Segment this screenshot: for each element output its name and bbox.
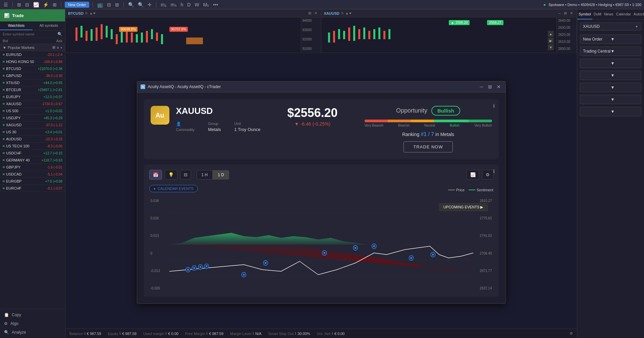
indicator-icon[interactable]: ⚡ <box>42 1 50 8</box>
dropdown-3[interactable]: ▼ <box>580 59 641 68</box>
grid-view-icon[interactable]: ⊞ <box>52 45 55 50</box>
equity-stat: Equity ℹ € 987.59 <box>108 331 137 336</box>
grid-icon[interactable]: ⊞ <box>52 1 58 8</box>
new-order-dropdown[interactable]: New Order ▼ <box>580 35 641 44</box>
menu-icon[interactable]: ☰ <box>3 1 9 8</box>
m5-icon[interactable]: m₅ <box>170 1 178 8</box>
xauusd-minimize[interactable]: ─ <box>557 11 562 16</box>
tv-icon[interactable]: 📺 <box>96 1 104 8</box>
nav-down[interactable]: ▼ <box>548 44 554 50</box>
monitor-icon[interactable]: ⊞ <box>16 1 22 8</box>
xauusd-close[interactable]: ✕ <box>569 11 574 16</box>
label-bearish: Bearish <box>398 124 410 127</box>
settings-icon[interactable]: ⚙ <box>570 331 573 336</box>
nav-up[interactable]: ▲ <box>548 31 554 37</box>
tab-symbol[interactable]: Symbol <box>577 9 592 19</box>
nav-right[interactable]: ▶ <box>548 38 554 44</box>
right-panel: Symbol DoM News Calendar Autochartist XA… <box>577 9 644 338</box>
market-item[interactable]: GBPJPY -1.6 (-0.01 <box>0 164 65 171</box>
market-item[interactable]: EURCHF -8.1 (-0.07 <box>0 185 65 192</box>
zoom-in-icon[interactable]: 🔍 <box>127 1 135 8</box>
symbol-selector[interactable]: XAUUSD ▼ <box>580 22 641 30</box>
very-bearish-segment <box>365 120 388 122</box>
market-item[interactable]: AUDUSD -10.3 (-0.18 <box>0 136 65 143</box>
market-item[interactable]: GERMANY 40 +118.7 (+0.63 <box>0 157 65 164</box>
market-item[interactable]: US 500 +1.0 (+0.02 <box>0 108 65 115</box>
chart-view-settings-btn[interactable]: ⚙ <box>482 170 493 180</box>
svg-rect-44 <box>206 265 208 267</box>
used-margin-stat: Used margin ℹ € 0.00 <box>143 331 178 336</box>
market-item[interactable]: USDCAD -5.1 (-0.04 <box>0 171 65 178</box>
list-view-icon[interactable]: ≡ <box>57 46 59 50</box>
market-item[interactable]: GBPUSD -38.0 (-0.30 <box>0 72 65 79</box>
market-item[interactable]: XAUUSD -1734.0 (-0.67 <box>0 100 65 108</box>
layout-icon[interactable]: ⊟ <box>24 1 30 8</box>
market-item[interactable]: EURUSD -23.1 (-2.4 <box>0 51 65 58</box>
market-item[interactable]: XTIUSD +44.0 (+0.65 <box>0 79 65 86</box>
analyze-item[interactable]: 🔍 Analyze <box>0 328 65 337</box>
market-item[interactable]: EURGBP +7.0 (+0.08 <box>0 178 65 185</box>
market-item[interactable]: BTCEUR +23497.1 (+2.81 <box>0 86 65 93</box>
dropdown-6[interactable]: ▼ <box>580 95 641 104</box>
opportunity-section: Opportunity Bullish <box>365 106 492 152</box>
trading-central-dropdown[interactable]: Trading Central ▼ <box>580 47 641 56</box>
calendar-tool-btn[interactable]: 📅 <box>149 170 162 180</box>
search-input[interactable] <box>3 32 56 36</box>
modal-close[interactable]: ✕ <box>495 83 502 90</box>
market-item[interactable]: US TECH 100 -8.3 (-0.05 <box>0 143 65 150</box>
tab-news[interactable]: News <box>603 9 615 19</box>
market-item[interactable]: XAGUSD -37.0 (-1.22 <box>0 122 65 129</box>
chevron-down-icon[interactable]: ▼ <box>3 46 6 50</box>
chart-icon[interactable]: 📈 <box>32 1 40 8</box>
market-item[interactable]: BTCUSD +21070.0 (+2.38 <box>0 65 65 72</box>
dropdown-7[interactable]: ▼ <box>580 107 641 116</box>
market-item[interactable]: EURJPY +12.0 (+0.07 <box>0 93 65 100</box>
tf-1d-btn[interactable]: 1 D <box>213 170 229 180</box>
calendar-events-label: CALENDAR EVENTS <box>158 187 194 191</box>
btcusd-detach[interactable]: ⊞ <box>307 11 312 16</box>
tab-calendar[interactable]: Calendar <box>614 9 632 19</box>
algo-item[interactable]: ⚙ Algo <box>0 319 65 328</box>
table-icon[interactable]: ⊞ <box>114 1 120 8</box>
grid2-icon[interactable]: ⊟ <box>106 1 112 8</box>
table-tool-btn[interactable]: ⊟ <box>180 170 191 180</box>
tf-1h-btn[interactable]: 1 H <box>197 170 213 180</box>
modal-minimize[interactable]: ─ <box>479 83 485 90</box>
market-item[interactable]: US 30 +3.4 (+0.01 <box>0 129 65 136</box>
sentiment-bar-container: Very Bearish Bearish Neutral Bullish Ver… <box>365 120 492 127</box>
w-icon[interactable]: W <box>194 1 200 8</box>
xauusd-detach[interactable]: ⊞ <box>563 11 568 16</box>
d-icon[interactable]: D <box>186 1 192 8</box>
modal-maximize[interactable]: ⊞ <box>487 83 493 90</box>
trade-now-button[interactable]: TRADE NOW <box>404 141 452 152</box>
search-icon[interactable]: 🔍 <box>57 32 62 37</box>
zoom-out-icon[interactable]: 🔍 <box>137 1 145 8</box>
mo-icon[interactable]: M₀ <box>202 1 210 8</box>
asset-info-icon[interactable]: ℹ <box>493 103 495 109</box>
btcusd-close[interactable]: ✕ <box>313 11 318 16</box>
market-status-dot <box>3 159 5 161</box>
tab-autochartist[interactable]: Autochartist <box>632 9 644 19</box>
price-legend-line <box>448 190 455 190</box>
crosshair-icon[interactable]: ✛ <box>147 1 153 8</box>
market-item[interactable]: USDJPY +45.3 (+0.29 <box>0 115 65 122</box>
market-item[interactable]: HONG KONG 50 -169.0 (-0.88 <box>0 58 65 65</box>
add-icon[interactable]: + <box>60 46 62 50</box>
light-tool-btn[interactable]: 💡 <box>165 170 177 180</box>
h1-icon[interactable]: h <box>180 1 184 8</box>
market-item[interactable]: USDCHF +13.7 (+0.15 <box>0 150 65 157</box>
copy-item[interactable]: 📋 Copy <box>0 311 65 319</box>
m1-icon[interactable]: m₁ <box>160 1 168 8</box>
tab-all-symbols[interactable]: All symbols <box>33 21 65 30</box>
calendar-events-badge[interactable]: ● CALENDAR EVENTS <box>149 185 198 192</box>
svg-rect-48 <box>264 262 266 264</box>
chart-info-icon[interactable]: ℹ <box>493 168 495 174</box>
more-icon[interactable]: ••• <box>212 1 219 8</box>
tab-dom[interactable]: DoM <box>592 9 603 19</box>
dropdown-5[interactable]: ▼ <box>580 83 641 92</box>
dropdown-4[interactable]: ▼ <box>580 71 641 80</box>
new-order-button[interactable]: New Order <box>65 2 89 8</box>
tab-watchlists[interactable]: Watchlists <box>0 21 33 30</box>
svg-rect-27 <box>368 31 370 39</box>
chart-view-lines-btn[interactable]: 📈 <box>467 170 479 180</box>
